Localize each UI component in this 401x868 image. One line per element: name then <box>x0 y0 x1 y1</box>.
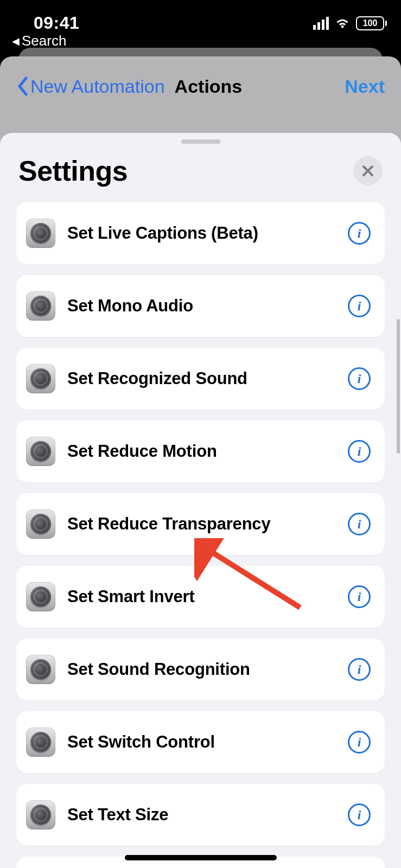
actions-list: Set Live Captions (Beta) i Set Mono Audi… <box>0 202 401 868</box>
settings-app-icon <box>26 800 55 829</box>
wifi-icon <box>334 17 351 29</box>
status-back-label: Search <box>22 33 66 49</box>
gear-icon <box>30 368 51 389</box>
gear-icon <box>30 805 51 825</box>
nav-bar: New Automation Actions Next <box>0 56 401 116</box>
close-icon <box>362 165 374 177</box>
sheet-header: Settings <box>0 155 401 202</box>
close-button[interactable] <box>353 156 383 186</box>
gear-icon <box>30 514 51 534</box>
info-button[interactable]: i <box>348 367 371 390</box>
action-label: Set Reduce Motion <box>67 442 336 461</box>
action-label: Set Live Captions (Beta) <box>67 224 336 243</box>
action-label: Set Text Size <box>67 805 336 825</box>
settings-app-icon <box>26 291 55 321</box>
nav-next-button[interactable]: Next <box>345 76 385 97</box>
action-label: Set Switch Control <box>67 732 336 752</box>
info-button[interactable]: i <box>348 440 371 463</box>
actions-sheet: Settings Set Live Captions (Beta) i Set … <box>0 133 401 868</box>
settings-app-icon <box>26 582 55 611</box>
nav-title: Actions <box>175 76 243 97</box>
settings-app-icon <box>26 437 55 466</box>
gear-icon <box>30 223 51 244</box>
action-set-recognized-sound[interactable]: Set Recognized Sound i <box>16 348 385 410</box>
gear-icon <box>30 441 51 462</box>
chevron-left-icon <box>16 76 29 96</box>
gear-icon <box>30 732 51 752</box>
status-right: 100 <box>313 16 387 30</box>
info-button[interactable]: i <box>348 222 371 245</box>
automation-modal: New Automation Actions Next Settings Set… <box>0 56 401 868</box>
battery-percent: 100 <box>363 18 378 28</box>
action-set-switch-control[interactable]: Set Switch Control i <box>16 711 385 773</box>
action-label: Set Smart Invert <box>67 587 336 607</box>
settings-app-icon <box>26 219 55 248</box>
action-set-smart-invert[interactable]: Set Smart Invert i <box>16 566 385 628</box>
action-set-text-size[interactable]: Set Text Size i <box>16 784 385 846</box>
settings-app-icon <box>26 655 55 684</box>
settings-app-icon <box>26 727 55 757</box>
nav-back-button[interactable]: New Automation <box>16 76 165 97</box>
info-button[interactable]: i <box>348 803 371 826</box>
action-set-reduce-transparency[interactable]: Set Reduce Transparency i <box>16 493 385 555</box>
status-bar: 09:41 ◀ Search 100 <box>0 0 401 49</box>
status-time: 09:41 <box>34 13 79 33</box>
info-button[interactable]: i <box>348 585 371 608</box>
gear-icon <box>30 296 51 316</box>
action-label: Set Sound Recognition <box>67 660 336 679</box>
action-set-mono-audio[interactable]: Set Mono Audio i <box>16 275 385 337</box>
gear-icon <box>30 586 51 607</box>
battery-indicator: 100 <box>356 16 387 30</box>
action-label: Set Recognized Sound <box>67 369 336 388</box>
info-button[interactable]: i <box>348 731 371 754</box>
action-set-live-captions[interactable]: Set Live Captions (Beta) i <box>16 202 385 264</box>
settings-app-icon <box>26 364 55 393</box>
info-button[interactable]: i <box>348 295 371 317</box>
action-label: Set Mono Audio <box>67 296 336 316</box>
back-triangle-icon: ◀ <box>12 35 20 47</box>
sheet-grabber[interactable] <box>181 139 220 144</box>
info-button[interactable]: i <box>348 658 371 681</box>
info-button[interactable]: i <box>348 513 371 535</box>
action-set-reduce-motion[interactable]: Set Reduce Motion i <box>16 420 385 482</box>
status-back-to-search[interactable]: ◀ Search <box>12 33 66 49</box>
action-label: Set Reduce Transparency <box>67 514 336 534</box>
sheet-title: Settings <box>18 155 128 187</box>
home-indicator[interactable] <box>125 855 277 860</box>
settings-app-icon <box>26 509 55 539</box>
scroll-indicator <box>397 319 400 454</box>
nav-back-label: New Automation <box>30 76 165 97</box>
gear-icon <box>30 659 51 680</box>
cellular-signal-icon <box>313 17 329 30</box>
action-set-sound-recognition[interactable]: Set Sound Recognition i <box>16 639 385 700</box>
